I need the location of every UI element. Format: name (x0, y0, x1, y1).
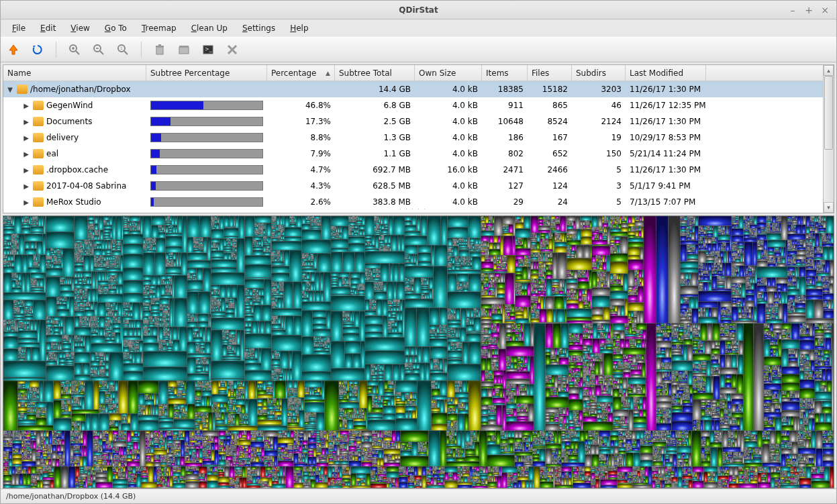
svg-rect-9604 (543, 272, 544, 276)
svg-rect-11452 (825, 236, 826, 238)
svg-rect-10943 (744, 308, 745, 309)
svg-rect-7084 (501, 449, 505, 452)
table-row[interactable]: ▶delivery8.8%1.3 GB4.0 kB1861671910/29/1… (3, 130, 823, 146)
terminal-icon[interactable]: >_ (201, 42, 215, 57)
svg-rect-6770 (366, 457, 367, 458)
svg-rect-10204 (628, 242, 644, 247)
svg-rect-10654 (700, 316, 703, 317)
table-row[interactable]: ▶.dropbox.cache4.7%692.7 MB16.0 kB247124… (3, 162, 823, 178)
svg-rect-14344 (541, 434, 542, 436)
svg-rect-6802 (377, 438, 381, 440)
column-last-modified[interactable]: Last Modified (626, 65, 706, 81)
column-items[interactable]: Items (482, 65, 528, 81)
svg-rect-8258 (532, 481, 534, 488)
column-files[interactable]: Files (528, 65, 572, 81)
zoom-reset-icon[interactable]: 1 (115, 42, 130, 57)
expander-icon[interactable]: ▶ (22, 102, 30, 109)
svg-rect-4004 (151, 405, 152, 415)
table-row[interactable]: ▶2017-04-08 Sabrina4.3%628.5 MB4.0 kB127… (3, 178, 823, 194)
table-row[interactable]: ▶GegenWind46.8%6.8 GB4.0 kB9118654611/26… (3, 97, 823, 113)
column-percentage[interactable]: Percentage▲ (267, 65, 335, 81)
svg-rect-4605 (291, 418, 292, 422)
svg-rect-1802 (199, 249, 203, 250)
svg-rect-1094 (93, 317, 93, 317)
svg-rect-13616 (733, 341, 734, 342)
scrollbar-thumb[interactable] (824, 76, 833, 150)
archive-icon[interactable] (177, 42, 191, 57)
menu-treemap[interactable]: Treemap (136, 21, 183, 35)
svg-rect-2032 (212, 306, 213, 308)
minimize-button[interactable]: – (788, 5, 797, 15)
svg-rect-12496 (591, 381, 592, 383)
zoom-out-icon[interactable] (91, 42, 106, 57)
splitter-handle[interactable]: · · · · · (399, 207, 427, 213)
svg-rect-11182 (766, 314, 771, 317)
svg-rect-13037 (668, 362, 669, 366)
svg-rect-12138 (556, 412, 557, 413)
vertical-scrollbar[interactable]: ▴ ▾ (823, 65, 834, 213)
close-button[interactable]: × (820, 5, 830, 15)
menu-goto[interactable]: Go To (99, 21, 133, 35)
svg-rect-10946 (744, 311, 747, 311)
svg-rect-12814 (627, 365, 628, 366)
expander-icon[interactable]: ▼ (6, 86, 14, 93)
svg-rect-6262 (259, 456, 261, 458)
menu-cleanup[interactable]: Clean Up (185, 21, 234, 35)
svg-rect-9098 (497, 255, 499, 259)
svg-rect-12225 (571, 361, 572, 362)
svg-rect-4365 (238, 407, 239, 409)
svg-rect-8208 (515, 478, 516, 481)
svg-rect-7545 (246, 466, 247, 478)
svg-rect-7743 (307, 481, 308, 483)
svg-rect-12926 (639, 397, 642, 403)
svg-rect-7730 (311, 472, 313, 476)
expander-icon[interactable]: ▶ (22, 134, 30, 142)
scroll-up-button[interactable]: ▴ (824, 65, 834, 76)
expander-icon[interactable]: ▶ (22, 166, 30, 174)
svg-rect-13944 (787, 391, 790, 397)
column-own-size[interactable]: Own Size (415, 65, 482, 81)
menu-settings[interactable]: Settings (236, 21, 281, 35)
menu-edit[interactable]: Edit (34, 21, 62, 35)
menu-file[interactable]: File (6, 21, 32, 35)
column-subdirs[interactable]: Subdirs (572, 65, 626, 81)
up-arrow-icon[interactable] (6, 42, 21, 57)
expander-icon[interactable]: ▶ (22, 118, 30, 125)
svg-rect-4099 (185, 404, 187, 411)
treemap-panel[interactable] (3, 215, 834, 489)
svg-rect-1410 (143, 238, 146, 244)
svg-rect-2182 (261, 236, 263, 246)
svg-rect-253 (19, 307, 24, 313)
svg-rect-3767 (78, 381, 79, 387)
delete-icon[interactable] (225, 42, 240, 57)
table-row[interactable]: ▶Documents17.3%2.5 GB4.0 kB1064885242124… (3, 113, 823, 130)
svg-rect-3118 (409, 254, 410, 259)
table-row[interactable]: ▶eal7.9%1.1 GB4.0 kB8026521505/21/14 11:… (3, 146, 823, 162)
column-name[interactable]: Name (3, 65, 146, 81)
svg-rect-14648 (611, 454, 615, 466)
column-subtree-total[interactable]: Subtree Total (335, 65, 415, 81)
svg-rect-11171 (773, 305, 775, 305)
expander-icon[interactable]: ▶ (22, 183, 30, 190)
svg-rect-6091 (230, 443, 232, 444)
svg-rect-15332 (803, 454, 806, 461)
trash-icon[interactable] (152, 42, 167, 57)
table-row[interactable]: ▼/home/jonathan/Dropbox14.4 GB4.0 kB1838… (3, 81, 823, 97)
menu-view[interactable]: View (64, 21, 95, 35)
column-subtree-percentage[interactable]: Subtree Percentage (146, 65, 267, 81)
svg-rect-14916 (683, 440, 685, 441)
refresh-icon[interactable] (30, 42, 45, 57)
svg-rect-4235 (202, 417, 205, 418)
maximize-button[interactable]: + (804, 5, 814, 15)
svg-rect-11223 (791, 230, 795, 231)
expander-icon[interactable]: ▶ (22, 199, 30, 206)
svg-rect-13900 (785, 331, 786, 334)
zoom-in-icon[interactable] (67, 42, 82, 57)
svg-rect-442 (60, 291, 75, 297)
menu-help[interactable]: Help (284, 21, 314, 35)
svg-rect-2777 (331, 294, 350, 296)
scroll-down-button[interactable]: ▾ (824, 202, 834, 213)
expander-icon[interactable]: ▶ (22, 150, 30, 158)
svg-rect-7913 (387, 481, 391, 483)
svg-rect-12080 (545, 387, 554, 389)
